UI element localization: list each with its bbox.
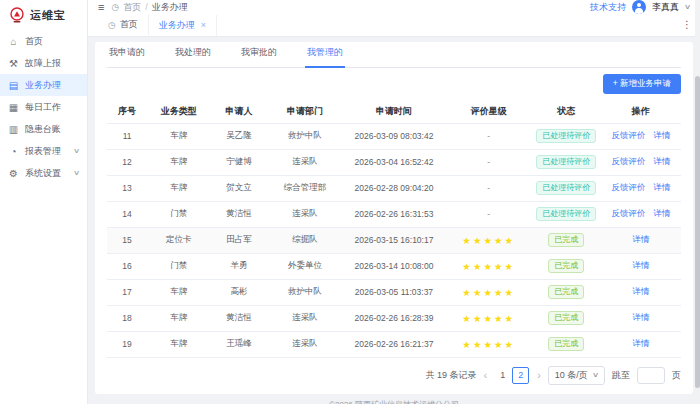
feedback-review-link[interactable]: 反馈评价: [611, 156, 645, 166]
detail-link[interactable]: 详情: [653, 130, 670, 140]
home-icon: ⌂: [8, 36, 19, 47]
cell-status: 已完成: [532, 305, 601, 331]
breadcrumb-separator: /: [145, 2, 148, 12]
cell-no: 17: [107, 279, 147, 305]
content-area: 我申请的我处理的我审批的我管理的 + 新增业务申请 序号业务类型申请人申请部门申…: [88, 37, 700, 404]
chevron-down-icon: ∨: [684, 3, 691, 11]
scrollbar-track: [695, 0, 700, 404]
cell-type: 车牌: [147, 123, 210, 149]
page-numbers: 12: [494, 367, 530, 384]
sidebar-item-business[interactable]: ▤业务办理: [0, 74, 87, 96]
star-rating: ★★★★★: [462, 339, 515, 350]
cell-status: 已处理待评价: [532, 201, 601, 227]
cell-applicant: 高彬: [210, 279, 267, 305]
cell-type: 车牌: [147, 279, 210, 305]
copyright: ©2026 陕西矿业信息技术运维分公司: [95, 394, 693, 404]
sidebar-item-label: 故障上报: [25, 57, 61, 70]
next-page-button[interactable]: ›: [537, 370, 541, 381]
status-badge: 已处理待评价: [536, 181, 596, 195]
tab-home[interactable]: ◷首页: [98, 14, 149, 35]
filter-tab-0[interactable]: 我申请的: [107, 46, 147, 68]
cell-dept: 救护中队: [268, 279, 343, 305]
feedback-review-link[interactable]: 反馈评价: [611, 130, 645, 140]
star-rating: ★★★★★: [462, 313, 515, 324]
cell-rating: -: [446, 201, 532, 227]
app-window: 运维宝 ⌂首页⚒故障上报▤业务办理▦每日工作▥隐患台账◔报表管理∨⚙系统设置∨ …: [0, 0, 700, 404]
sidebar-item-label: 系统设置: [25, 167, 61, 180]
cell-actions: 详情: [601, 279, 681, 305]
page-size-select[interactable]: 10 条/页 ∨: [548, 366, 605, 385]
detail-link[interactable]: 详情: [632, 312, 649, 322]
main-area: ≡ ◷ 首页 / 业务办理 技术支持 李真真 ∨ ◷首页业务办理× ⋮ 我申请的…: [88, 0, 700, 404]
cell-type: 门禁: [147, 253, 210, 279]
open-tabs: ◷首页业务办理×: [98, 14, 217, 36]
prev-page-button[interactable]: ‹: [484, 370, 488, 381]
cell-time: 2026-03-15 16:10:17: [342, 227, 445, 253]
table-row: 19车牌王瑶峰连采队2026-02-26 16:21:37★★★★★已完成详情: [107, 331, 681, 357]
detail-link[interactable]: 详情: [653, 182, 670, 192]
cell-dept: 连采队: [268, 305, 343, 331]
cell-actions: 详情: [601, 305, 681, 331]
cell-time: 2026-02-26 16:31:53: [342, 201, 445, 227]
cell-dept: 外委单位: [268, 253, 343, 279]
status-badge: 已处理待评价: [536, 129, 596, 143]
filter-tab-2[interactable]: 我审批的: [239, 46, 279, 68]
cell-type: 车牌: [147, 175, 210, 201]
cell-time: 2026-03-04 16:52:42: [342, 149, 445, 175]
sidebar-item-daily-work[interactable]: ▦每日工作: [0, 96, 87, 118]
sidebar-item-hazard-ledger[interactable]: ▥隐患台账: [0, 118, 87, 140]
cell-no: 16: [107, 253, 147, 279]
tech-support-link[interactable]: 技术支持: [590, 1, 626, 14]
cell-time: 2026-03-09 08:03:42: [342, 123, 445, 149]
star-rating: ★★★★★: [462, 235, 515, 246]
brand-logo-icon: [9, 7, 25, 23]
brand-name: 运维宝: [30, 8, 66, 23]
menu-collapse-icon[interactable]: ≡: [98, 1, 104, 13]
table-header-row: 序号业务类型申请人申请部门申请时间评价星级状态操作: [107, 100, 681, 124]
user-avatar[interactable]: [632, 0, 646, 14]
tab-business[interactable]: 业务办理×: [149, 15, 217, 36]
empty-rating: -: [487, 157, 490, 167]
pagination-total: 共 19 条记录: [426, 369, 477, 382]
status-badge: 已完成: [548, 233, 584, 247]
sidebar-item-label: 首页: [25, 35, 43, 48]
gear-icon: ⚙: [8, 168, 19, 179]
close-icon[interactable]: ×: [201, 20, 206, 30]
cell-actions: 反馈评价详情: [601, 175, 681, 201]
detail-link[interactable]: 详情: [632, 338, 649, 348]
cell-no: 19: [107, 331, 147, 357]
detail-link[interactable]: 详情: [632, 286, 649, 296]
username[interactable]: 李真真: [652, 1, 679, 14]
filter-tab-3[interactable]: 我管理的: [305, 46, 345, 68]
cell-dept: 连采队: [268, 331, 343, 357]
detail-link[interactable]: 详情: [653, 208, 670, 218]
detail-link[interactable]: 详情: [632, 260, 649, 270]
cell-actions: 反馈评价详情: [601, 149, 681, 175]
table-row: 12车牌宁健博连采队2026-03-04 16:52:42-已处理待评价反馈评价…: [107, 149, 681, 175]
feedback-review-link[interactable]: 反馈评价: [611, 208, 645, 218]
cell-actions: 详情: [601, 227, 681, 253]
cell-rating: ★★★★★: [446, 279, 532, 305]
tab-label: 业务办理: [159, 19, 195, 32]
cell-actions: 反馈评价详情: [601, 201, 681, 227]
sidebar-item-report-mgmt[interactable]: ◔报表管理∨: [0, 140, 87, 162]
add-application-button[interactable]: + 新增业务申请: [603, 74, 681, 94]
breadcrumb-home[interactable]: 首页: [123, 1, 141, 14]
scrollbar-thumb[interactable]: [695, 76, 700, 388]
page-button-1[interactable]: 1: [495, 368, 510, 383]
sidebar-item-home[interactable]: ⌂首页: [0, 30, 87, 52]
cell-applicant: 羊勇: [210, 253, 267, 279]
status-badge: 已处理待评价: [536, 155, 596, 169]
cell-no: 12: [107, 149, 147, 175]
sidebar-item-label: 每日工作: [25, 101, 61, 114]
sidebar-item-system-settings[interactable]: ⚙系统设置∨: [0, 162, 87, 184]
filter-tab-1[interactable]: 我处理的: [173, 46, 213, 68]
feedback-review-link[interactable]: 反馈评价: [611, 182, 645, 192]
jump-page-input[interactable]: [637, 367, 665, 384]
detail-link[interactable]: 详情: [653, 156, 670, 166]
page-button-2[interactable]: 2: [512, 367, 529, 384]
sidebar-item-fault-report[interactable]: ⚒故障上报: [0, 52, 87, 74]
cell-type: 车牌: [147, 149, 210, 175]
detail-link[interactable]: 详情: [632, 234, 649, 244]
sidebar: 运维宝 ⌂首页⚒故障上报▤业务办理▦每日工作▥隐患台账◔报表管理∨⚙系统设置∨: [0, 0, 88, 404]
